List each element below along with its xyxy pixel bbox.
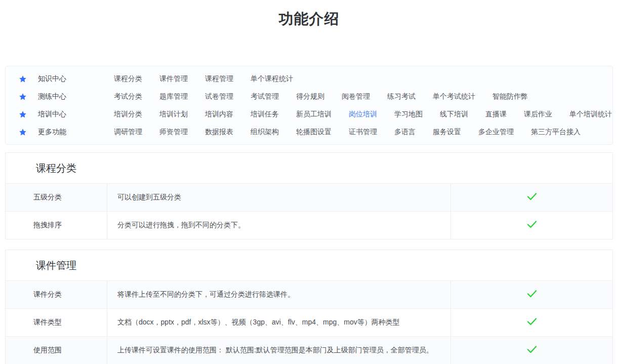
- check-icon: [526, 289, 538, 300]
- feature-description-cell: 上传课件可设置课件的使用范围： 默认范围:默认管理范围是本部门及上级部门管理员，…: [107, 337, 450, 364]
- nav-link[interactable]: 单个考试统计: [433, 92, 475, 101]
- section-title: 课程分类: [6, 153, 612, 183]
- nav-links: 课程分类 课件管理 课程管理 单个课程统计: [114, 74, 310, 84]
- nav-links: 考试分类 题库管理 试卷管理 考试管理 得分规则 阅卷管理 练习考试 单个考试统…: [114, 92, 545, 101]
- page-title: 功能介绍: [0, 0, 618, 29]
- feature-name-cell: 课件类型: [6, 309, 107, 336]
- nav-links: 调研管理 师资管理 数据报表 组织架构 轮播图设置 证书管理 多语言 服务设置 …: [114, 128, 598, 137]
- nav-row-more-features: 更多功能 调研管理 师资管理 数据报表 组织架构 轮播图设置 证书管理 多语言 …: [6, 123, 612, 141]
- table-row: 五级分类 可以创建到五级分类: [6, 183, 612, 211]
- nav-link[interactable]: 培训计划: [159, 110, 188, 119]
- nav-link[interactable]: 学习地图: [394, 110, 423, 119]
- nav-link[interactable]: 新员工培训: [296, 110, 332, 119]
- feature-description-cell: 分类可以进行拖拽，拖到不同的分类下。: [107, 212, 450, 239]
- star-icon: [19, 110, 27, 118]
- feature-section-courseware-management: 课件管理 课件分类 将课件上传至不同的分类下，可通过分类进行筛选课件。 课件类型…: [5, 250, 613, 364]
- feature-description-cell: 将课件上传至不同的分类下，可通过分类进行筛选课件。: [107, 281, 450, 308]
- feature-description-cell: 可以创建到五级分类: [107, 184, 450, 211]
- nav-group-label: 更多功能: [38, 128, 114, 137]
- feature-name-cell: 拖拽排序: [6, 212, 107, 239]
- nav-link[interactable]: 培训内容: [205, 110, 233, 119]
- nav-link[interactable]: 培训分类: [114, 110, 142, 119]
- nav-link[interactable]: 直播课: [485, 110, 507, 119]
- nav-link[interactable]: 得分规则: [296, 92, 324, 101]
- nav-links: 培训分类 培训计划 培训内容 培训任务 新员工培训 岗位培训 学习地图 线下培训…: [114, 110, 618, 119]
- table-row: 使用范围 上传课件可设置课件的使用范围： 默认范围:默认管理范围是本部门及上级部…: [6, 336, 612, 364]
- star-icon: [19, 128, 27, 136]
- check-icon: [526, 192, 538, 203]
- nav-link[interactable]: 单个培训统计: [569, 110, 612, 119]
- feature-supported-cell: [450, 309, 612, 336]
- feature-name-cell: 课件分类: [6, 281, 107, 308]
- nav-link[interactable]: 数据报表: [205, 128, 233, 137]
- nav-link[interactable]: 证书管理: [349, 128, 377, 137]
- feature-supported-cell: [450, 184, 612, 211]
- nav-row-knowledge-center: 知识中心 课程分类 课件管理 课程管理 单个课程统计: [6, 70, 612, 88]
- nav-link[interactable]: 轮播图设置: [296, 128, 332, 137]
- feature-nav-panel: 知识中心 课程分类 课件管理 课程管理 单个课程统计 测练中心 考试分类 题库管…: [5, 66, 613, 145]
- nav-link[interactable]: 课程分类: [114, 74, 142, 84]
- star-icon: [19, 93, 27, 101]
- check-icon: [526, 220, 538, 231]
- check-icon: [526, 345, 538, 356]
- nav-link[interactable]: 试卷管理: [205, 92, 233, 101]
- nav-link[interactable]: 第三方平台接入: [531, 128, 581, 137]
- feature-supported-cell: [450, 337, 612, 364]
- table-row: 课件类型 文档（docx，pptx，pdf，xlsx等）、视频（3gp、avi、…: [6, 308, 612, 336]
- check-icon: [526, 317, 538, 328]
- nav-link[interactable]: 练习考试: [387, 92, 416, 101]
- nav-link[interactable]: 师资管理: [159, 128, 188, 137]
- star-icon: [19, 75, 27, 83]
- nav-link[interactable]: 线下培训: [440, 110, 468, 119]
- nav-group-label: 培训中心: [38, 110, 114, 119]
- feature-description-cell: 文档（docx，pptx，pdf，xlsx等）、视频（3gp、avi、flv、m…: [107, 309, 450, 336]
- feature-supported-cell: [450, 212, 612, 239]
- nav-link[interactable]: 题库管理: [159, 92, 188, 101]
- nav-row-test-center: 测练中心 考试分类 题库管理 试卷管理 考试管理 得分规则 阅卷管理 练习考试 …: [6, 88, 612, 105]
- feature-name-cell: 使用范围: [6, 337, 107, 364]
- nav-link[interactable]: 考试管理: [251, 92, 279, 101]
- nav-link[interactable]: 单个课程统计: [251, 74, 293, 84]
- nav-link[interactable]: 智能防作弊: [492, 92, 528, 101]
- nav-link-active[interactable]: 岗位培训: [349, 110, 377, 119]
- feature-name-cell: 五级分类: [6, 184, 107, 211]
- nav-link[interactable]: 调研管理: [114, 128, 142, 137]
- feature-supported-cell: [450, 281, 612, 308]
- nav-link[interactable]: 多企业管理: [478, 128, 514, 137]
- nav-link[interactable]: 课后作业: [524, 110, 552, 119]
- nav-link[interactable]: 课程管理: [205, 74, 233, 84]
- nav-link[interactable]: 课件管理: [159, 74, 188, 84]
- nav-group-label: 测练中心: [38, 92, 114, 101]
- table-row: 课件分类 将课件上传至不同的分类下，可通过分类进行筛选课件。: [6, 280, 612, 308]
- nav-link[interactable]: 组织架构: [251, 128, 279, 137]
- nav-row-training-center: 培训中心 培训分类 培训计划 培训内容 培训任务 新员工培训 岗位培训 学习地图…: [6, 105, 612, 123]
- nav-link[interactable]: 考试分类: [114, 92, 142, 101]
- feature-section-course-category: 课程分类 五级分类 可以创建到五级分类 拖拽排序 分类可以进行拖拽，拖到不同的分…: [5, 152, 613, 239]
- table-row: 拖拽排序 分类可以进行拖拽，拖到不同的分类下。: [6, 211, 612, 239]
- section-title: 课件管理: [6, 250, 612, 280]
- nav-link[interactable]: 多语言: [394, 128, 416, 137]
- nav-link[interactable]: 服务设置: [433, 128, 461, 137]
- nav-link[interactable]: 阅卷管理: [342, 92, 370, 101]
- nav-link[interactable]: 培训任务: [251, 110, 279, 119]
- nav-group-label: 知识中心: [38, 74, 114, 84]
